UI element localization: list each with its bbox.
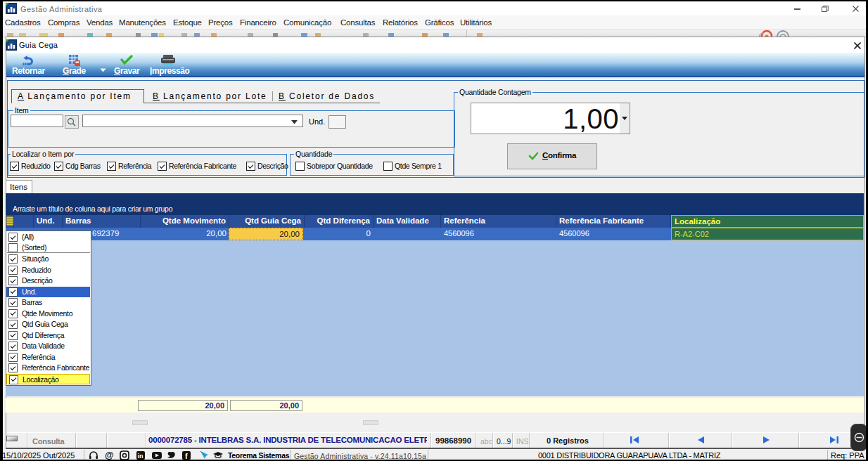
svg-text:in: in — [138, 453, 143, 460]
svg-text:f: f — [185, 452, 188, 460]
svg-text:@: @ — [105, 450, 114, 460]
